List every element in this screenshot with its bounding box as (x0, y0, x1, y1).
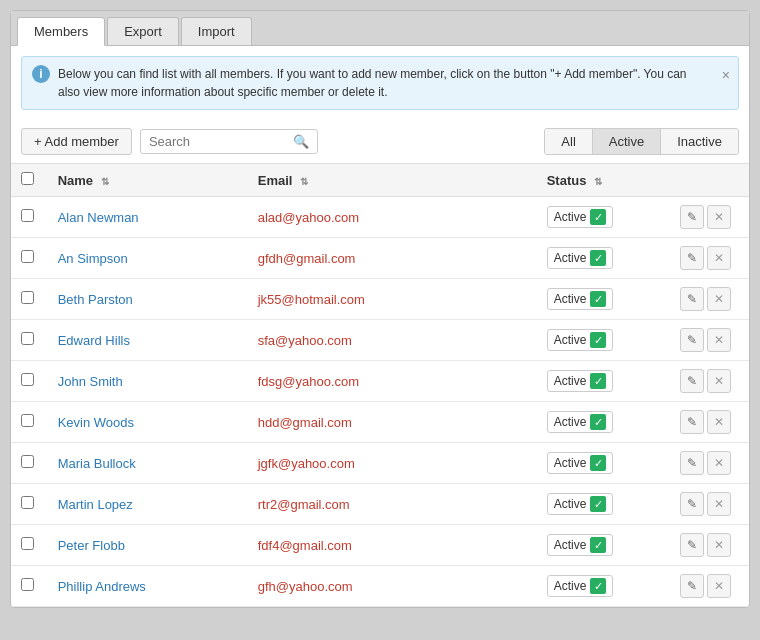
row-name-cell: Kevin Woods (48, 402, 248, 443)
member-email: hdd@gmail.com (258, 415, 352, 430)
table-row: Kevin Woods hdd@gmail.com Active ✓ ✎ ✕ (11, 402, 749, 443)
row-status-cell: Active ✓ (537, 361, 670, 402)
edit-button[interactable]: ✎ (680, 533, 704, 557)
member-email: fdf4@gmail.com (258, 538, 352, 553)
edit-button[interactable]: ✎ (680, 410, 704, 434)
delete-button[interactable]: ✕ (707, 287, 731, 311)
name-sort-icon[interactable]: ⇅ (101, 176, 109, 187)
member-name-link[interactable]: Maria Bullock (58, 456, 136, 471)
tab-bar: Members Export Import (11, 11, 749, 46)
filter-inactive-button[interactable]: Inactive (661, 129, 738, 154)
status-badge: Active ✓ (547, 329, 614, 351)
header-name[interactable]: Name ⇅ (48, 164, 248, 197)
member-name-link[interactable]: Kevin Woods (58, 415, 134, 430)
action-buttons: ✎ ✕ (680, 369, 739, 393)
filter-all-button[interactable]: All (545, 129, 592, 154)
status-check-icon[interactable]: ✓ (590, 578, 606, 594)
member-name-link[interactable]: Martin Lopez (58, 497, 133, 512)
select-all-checkbox[interactable] (21, 172, 34, 185)
status-badge: Active ✓ (547, 370, 614, 392)
edit-button[interactable]: ✎ (680, 328, 704, 352)
members-table: Name ⇅ Email ⇅ Status ⇅ Alan Newman (11, 163, 749, 607)
status-check-icon[interactable]: ✓ (590, 332, 606, 348)
member-name-link[interactable]: Peter Flobb (58, 538, 125, 553)
row-status-cell: Active ✓ (537, 402, 670, 443)
edit-button[interactable]: ✎ (680, 574, 704, 598)
status-label: Active (554, 415, 587, 429)
row-checkbox[interactable] (21, 250, 34, 263)
status-label: Active (554, 251, 587, 265)
add-member-button[interactable]: + Add member (21, 128, 132, 155)
table-row: Phillip Andrews gfh@yahoo.com Active ✓ ✎… (11, 566, 749, 607)
delete-button[interactable]: ✕ (707, 410, 731, 434)
table-row: An Simpson gfdh@gmail.com Active ✓ ✎ ✕ (11, 238, 749, 279)
row-name-cell: Peter Flobb (48, 525, 248, 566)
row-email-cell: alad@yahoo.com (248, 197, 537, 238)
delete-button[interactable]: ✕ (707, 246, 731, 270)
row-checkbox[interactable] (21, 455, 34, 468)
status-sort-icon[interactable]: ⇅ (594, 176, 602, 187)
row-checkbox[interactable] (21, 537, 34, 550)
edit-button[interactable]: ✎ (680, 492, 704, 516)
status-badge: Active ✓ (547, 411, 614, 433)
header-status[interactable]: Status ⇅ (537, 164, 670, 197)
status-check-icon[interactable]: ✓ (590, 414, 606, 430)
member-name-link[interactable]: Edward Hills (58, 333, 130, 348)
delete-button[interactable]: ✕ (707, 533, 731, 557)
row-checkbox-cell (11, 484, 48, 525)
table-row: Martin Lopez rtr2@gmail.com Active ✓ ✎ ✕ (11, 484, 749, 525)
filter-active-button[interactable]: Active (593, 129, 661, 154)
status-check-icon[interactable]: ✓ (590, 373, 606, 389)
header-email[interactable]: Email ⇅ (248, 164, 537, 197)
search-input[interactable] (149, 134, 289, 149)
member-name-link[interactable]: Phillip Andrews (58, 579, 146, 594)
row-name-cell: An Simpson (48, 238, 248, 279)
delete-button[interactable]: ✕ (707, 492, 731, 516)
row-actions-cell: ✎ ✕ (670, 484, 749, 525)
row-status-cell: Active ✓ (537, 525, 670, 566)
member-name-link[interactable]: Alan Newman (58, 210, 139, 225)
tab-members[interactable]: Members (17, 17, 105, 46)
row-checkbox[interactable] (21, 209, 34, 222)
edit-button[interactable]: ✎ (680, 205, 704, 229)
status-label: Active (554, 538, 587, 552)
header-actions (670, 164, 749, 197)
status-check-icon[interactable]: ✓ (590, 250, 606, 266)
toolbar: + Add member 🔍 All Active Inactive (11, 120, 749, 163)
delete-button[interactable]: ✕ (707, 451, 731, 475)
tab-import[interactable]: Import (181, 17, 252, 45)
email-sort-icon[interactable]: ⇅ (300, 176, 308, 187)
status-check-icon[interactable]: ✓ (590, 496, 606, 512)
row-name-cell: Maria Bullock (48, 443, 248, 484)
row-checkbox-cell (11, 197, 48, 238)
row-checkbox[interactable] (21, 291, 34, 304)
member-name-link[interactable]: An Simpson (58, 251, 128, 266)
row-checkbox[interactable] (21, 496, 34, 509)
status-check-icon[interactable]: ✓ (590, 291, 606, 307)
row-checkbox-cell (11, 525, 48, 566)
row-checkbox[interactable] (21, 373, 34, 386)
member-email: gfdh@gmail.com (258, 251, 356, 266)
row-checkbox[interactable] (21, 414, 34, 427)
member-name-link[interactable]: John Smith (58, 374, 123, 389)
table-row: Alan Newman alad@yahoo.com Active ✓ ✎ ✕ (11, 197, 749, 238)
row-email-cell: gfh@yahoo.com (248, 566, 537, 607)
row-checkbox[interactable] (21, 578, 34, 591)
delete-button[interactable]: ✕ (707, 574, 731, 598)
member-name-link[interactable]: Beth Parston (58, 292, 133, 307)
status-check-icon[interactable]: ✓ (590, 537, 606, 553)
delete-button[interactable]: ✕ (707, 328, 731, 352)
row-checkbox[interactable] (21, 332, 34, 345)
search-box: 🔍 (140, 129, 318, 154)
edit-button[interactable]: ✎ (680, 287, 704, 311)
row-name-cell: Phillip Andrews (48, 566, 248, 607)
status-check-icon[interactable]: ✓ (590, 209, 606, 225)
tab-export[interactable]: Export (107, 17, 179, 45)
delete-button[interactable]: ✕ (707, 205, 731, 229)
delete-button[interactable]: ✕ (707, 369, 731, 393)
edit-button[interactable]: ✎ (680, 369, 704, 393)
edit-button[interactable]: ✎ (680, 246, 704, 270)
edit-button[interactable]: ✎ (680, 451, 704, 475)
close-icon[interactable]: × (722, 65, 730, 86)
status-check-icon[interactable]: ✓ (590, 455, 606, 471)
